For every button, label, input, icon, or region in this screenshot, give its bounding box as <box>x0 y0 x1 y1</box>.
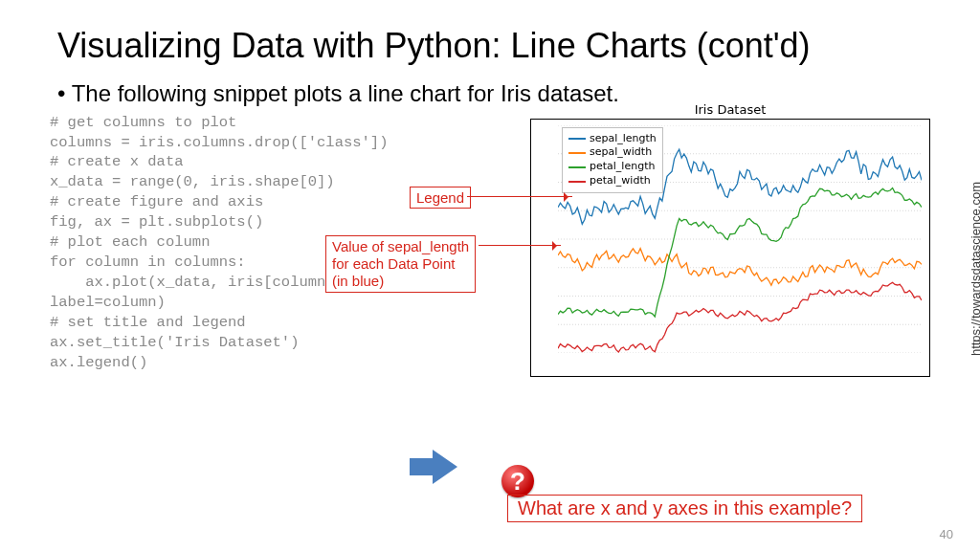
legend-item: petal_width <box>568 174 657 188</box>
page-number: 40 <box>940 527 953 541</box>
legend-item: sepal_length <box>568 132 657 146</box>
question-mark-icon: ? <box>501 465 534 497</box>
chart-title: Iris Dataset <box>531 102 929 117</box>
line-chart: Iris Dataset 020406080100120140 01234567… <box>530 119 930 377</box>
chart-legend: sepal_lengthsepal_widthpetal_lengthpetal… <box>562 127 663 193</box>
arrow-to-series <box>479 245 561 246</box>
source-link[interactable]: https://towardsdatascience.com <box>969 182 980 356</box>
question-callout: What are x and y axes in this example? <box>507 495 862 522</box>
legend-item: petal_length <box>568 160 657 174</box>
slide-title: Visualizing Data with Python: Line Chart… <box>0 0 980 73</box>
next-arrow-icon <box>433 450 457 484</box>
arrow-to-legend <box>467 196 572 197</box>
callout-legend: Legend <box>410 187 471 209</box>
callout-series: Value of sepal_length for each Data Poin… <box>325 235 476 293</box>
legend-item: sepal_width <box>568 145 657 160</box>
